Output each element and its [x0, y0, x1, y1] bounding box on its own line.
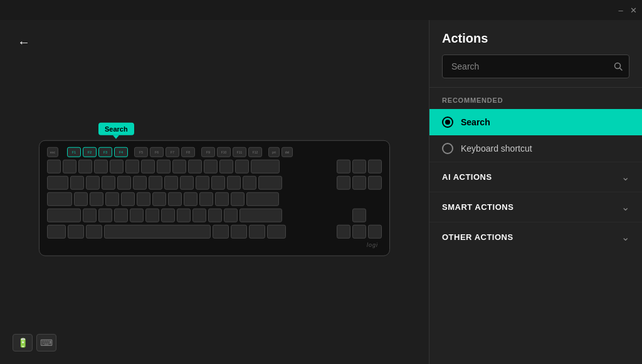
other-actions-section[interactable]: OTHER ACTIONS ⌄ — [429, 222, 642, 252]
kb-row-fn: esc F1 F2 F3 F4 F5 F6 F7 F8 F9 F10 — [47, 147, 382, 157]
key-lalt — [86, 224, 102, 238]
key-del2 — [337, 175, 350, 189]
panel-content: RECOMMENDED Search Keyboard shortcut AI … — [429, 88, 642, 364]
other-actions-label: OTHER ACTIONS — [442, 232, 513, 242]
key-j — [168, 192, 182, 205]
key-8 — [172, 159, 186, 173]
key-lbrace — [227, 175, 241, 189]
key-up — [352, 208, 366, 222]
close-button[interactable]: ✕ — [629, 6, 637, 14]
key-left — [337, 224, 350, 238]
key-w — [86, 175, 100, 189]
key-f4: F4 — [114, 147, 128, 157]
smart-actions-section[interactable]: SMART ACTIONS ⌄ — [429, 192, 642, 222]
key-7 — [157, 159, 171, 173]
key-q — [70, 175, 84, 189]
key-del: del — [282, 147, 293, 157]
key-rshift — [239, 208, 282, 222]
key-f1: F1 — [67, 147, 81, 157]
smart-actions-label: SMART ACTIONS — [442, 202, 513, 212]
panel-header: Actions — [429, 20, 642, 88]
key-backspace — [251, 159, 280, 173]
key-4 — [110, 159, 124, 173]
search-icon-button[interactable] — [613, 61, 623, 71]
main-layout: ← Search esc F1 F2 F3 F4 F5 F6 — [0, 20, 642, 364]
key-u — [164, 175, 178, 189]
bottom-icons: 🔋 ⌨ — [13, 334, 56, 351]
key-enter — [246, 192, 279, 205]
left-panel: ← Search esc F1 F2 F3 F4 F5 F6 — [0, 20, 429, 364]
key-1 — [63, 159, 76, 173]
key-g — [137, 192, 150, 205]
key-tilde — [47, 159, 61, 173]
key-space — [104, 224, 211, 238]
key-comma — [192, 208, 206, 222]
key-y — [149, 175, 162, 189]
ai-actions-chevron-icon: ⌄ — [621, 171, 629, 183]
key-down — [352, 224, 366, 238]
kb-row-space — [47, 224, 382, 238]
back-button[interactable]: ← — [13, 33, 35, 52]
key-z — [83, 208, 97, 222]
key-lshift — [47, 208, 81, 222]
smart-actions-chevron-icon: ⌄ — [621, 201, 629, 213]
key-c — [114, 208, 128, 222]
key-0 — [204, 159, 218, 173]
key-s — [90, 192, 103, 205]
key-minus — [219, 159, 233, 173]
key-f10: F10 — [217, 147, 231, 157]
ai-actions-section[interactable]: AI ACTIONS ⌄ — [429, 162, 642, 192]
key-backslash — [258, 175, 282, 189]
key-lwin — [68, 224, 84, 238]
key-p — [211, 175, 225, 189]
kb-row-zxcv — [47, 208, 382, 222]
key-pgup — [368, 159, 382, 173]
key-l — [199, 192, 213, 205]
kb-row-qwerty — [47, 175, 382, 189]
kb-row-num — [47, 159, 382, 173]
key-menu — [249, 224, 265, 238]
key-o — [196, 175, 209, 189]
key-i — [180, 175, 194, 189]
svg-line-1 — [620, 68, 623, 71]
key-pgdn — [368, 175, 382, 189]
action-item-search[interactable]: Search — [429, 109, 642, 135]
battery-icon-container: 🔋 — [13, 334, 33, 351]
title-bar: – ✕ — [0, 0, 642, 20]
key-v — [130, 208, 144, 222]
key-home — [352, 159, 366, 173]
key-9 — [188, 159, 202, 173]
minimize-button[interactable]: – — [617, 6, 624, 14]
key-e — [102, 175, 115, 189]
window-controls: – ✕ — [617, 6, 637, 14]
key-f11: F11 — [233, 147, 246, 157]
key-f5: F5 — [134, 147, 148, 157]
key-f — [121, 192, 135, 205]
key-t — [133, 175, 147, 189]
key-f3: F3 — [98, 147, 112, 157]
key-r — [117, 175, 131, 189]
key-right — [368, 224, 382, 238]
action-item-keyboard-shortcut[interactable]: Keyboard shortcut — [429, 135, 642, 162]
key-tooltip: Search — [98, 122, 134, 135]
key-rctrl — [267, 224, 286, 238]
key-k — [184, 192, 197, 205]
search-input[interactable] — [442, 55, 629, 78]
keyboard-rows: esc F1 F2 F3 F4 F5 F6 F7 F8 F9 F10 — [47, 147, 382, 238]
key-f2: F2 — [83, 147, 97, 157]
key-a — [74, 192, 88, 205]
key-d — [105, 192, 119, 205]
keyboard-visual: esc F1 F2 F3 F4 F5 F6 F7 F8 F9 F10 — [39, 140, 390, 256]
key-h — [152, 192, 166, 205]
right-panel: Actions RECOMMENDED Search — [429, 20, 642, 364]
key-semi — [215, 192, 229, 205]
key-tab — [47, 175, 68, 189]
key-n — [161, 208, 175, 222]
key-x — [98, 208, 112, 222]
key-prtscrn: prt — [268, 147, 280, 157]
key-6 — [141, 159, 155, 173]
key-5 — [125, 159, 139, 173]
key-slash — [224, 208, 238, 222]
key-ralt — [213, 224, 229, 238]
key-esc: esc — [47, 147, 58, 157]
